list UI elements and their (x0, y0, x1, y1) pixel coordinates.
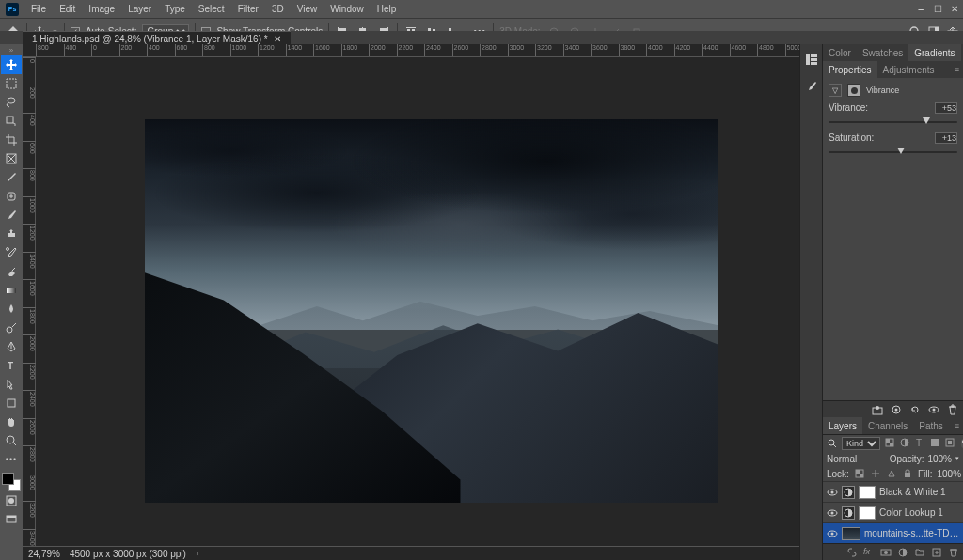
lasso-tool[interactable] (1, 93, 22, 112)
layer-mask-icon[interactable] (880, 547, 892, 558)
opacity-value[interactable]: 100% (927, 454, 952, 464)
frame-tool[interactable] (1, 149, 22, 168)
quickmask-tool[interactable] (1, 491, 22, 510)
layers-tab-channels[interactable]: Channels (862, 417, 913, 434)
path-tool[interactable] (1, 375, 22, 394)
visibility-toggle[interactable] (827, 507, 838, 519)
screenmode-tool[interactable] (1, 510, 22, 529)
slider-track[interactable] (829, 116, 957, 129)
layer-row[interactable]: Black & White 1 (823, 481, 963, 502)
hand-tool[interactable] (1, 412, 22, 431)
visibility-toggle[interactable] (827, 528, 838, 539)
eraser-tool[interactable] (1, 262, 22, 281)
brush-panel-icon[interactable] (804, 80, 819, 95)
history-brush-tool[interactable] (1, 243, 22, 262)
brush-tool[interactable] (1, 206, 22, 225)
healing-tool[interactable] (1, 187, 22, 206)
filter-smart-icon[interactable] (944, 437, 955, 450)
clip-to-layer-icon[interactable] (871, 403, 884, 416)
blur-tool[interactable] (1, 300, 22, 319)
props-tab-properties[interactable]: Properties (823, 61, 877, 78)
document-canvas[interactable] (145, 119, 718, 503)
color-tab-gradients[interactable]: Gradients (908, 44, 960, 61)
color-tab-swatches[interactable]: Swatches (857, 44, 908, 61)
menu-edit[interactable]: Edit (53, 4, 82, 14)
eyedropper-tool[interactable] (1, 168, 22, 187)
adjustment-layer-icon[interactable] (897, 547, 908, 558)
menu-window[interactable]: Window (324, 4, 371, 14)
toggle-visibility-icon[interactable] (927, 403, 940, 416)
slider-value-input[interactable] (935, 132, 957, 144)
clone-tool[interactable] (1, 225, 22, 243)
history-panel-icon[interactable] (804, 52, 819, 67)
shape-tool[interactable] (1, 394, 22, 412)
vertical-ruler[interactable]: 0200400600800100012001400160018002000220… (23, 57, 36, 560)
selection-tool[interactable] (1, 112, 22, 131)
delete-layer-icon[interactable] (948, 547, 959, 558)
menu-select[interactable]: Select (192, 4, 231, 14)
menu-type[interactable]: Type (158, 4, 192, 14)
menu-image[interactable]: Image (82, 4, 121, 14)
window-maximize[interactable]: ☐ (929, 0, 946, 17)
layers-tab-layers[interactable]: Layers (823, 417, 862, 434)
status-dims[interactable]: 4500 px x 3000 px (300 ppi) (70, 549, 186, 559)
menu-view[interactable]: View (291, 4, 324, 14)
marquee-tool[interactable] (1, 74, 22, 93)
lock-artboard-icon[interactable] (886, 468, 897, 479)
color-tab-color[interactable]: Color (823, 44, 857, 61)
gradient-tool[interactable] (1, 281, 22, 300)
layer-style-icon[interactable]: fx (863, 547, 875, 558)
filter-toggle[interactable] (959, 437, 963, 450)
crop-tool[interactable] (1, 131, 22, 149)
new-layer-icon[interactable] (931, 547, 942, 558)
color-swatch[interactable] (2, 473, 21, 491)
foreground-color[interactable] (2, 473, 14, 485)
slider-value-input[interactable] (935, 102, 957, 114)
filter-pixel-icon[interactable] (884, 437, 895, 450)
lock-pixels-icon[interactable] (854, 468, 865, 479)
layer-name[interactable]: Color Lookup 1 (879, 507, 959, 518)
dodge-tool[interactable] (1, 319, 22, 337)
reset-icon[interactable] (908, 403, 922, 416)
filter-adjust-icon[interactable] (899, 437, 910, 450)
filter-kind-select[interactable]: Kind (842, 437, 880, 450)
props-tab-adjustments[interactable]: Adjustments (877, 61, 940, 78)
edit-toolbar[interactable]: ••• (1, 450, 22, 469)
adjust-type-icon[interactable]: ▽ (829, 84, 842, 97)
type-tool[interactable]: T (1, 356, 22, 375)
zoom-tool[interactable] (1, 431, 22, 450)
fill-value[interactable]: 100% (937, 469, 961, 479)
toolbar-expand[interactable]: » (0, 46, 23, 55)
layer-row[interactable]: mountains-s...tte-TDXLRWC (823, 522, 963, 543)
slider-track[interactable] (829, 146, 957, 159)
filter-search-icon[interactable] (827, 438, 838, 449)
status-zoom[interactable]: 24,79% (28, 549, 60, 559)
close-tab-icon[interactable]: ✕ (274, 34, 281, 44)
filter-type-icon[interactable]: T (914, 437, 925, 450)
group-icon[interactable] (914, 547, 925, 558)
move-tool[interactable] (1, 55, 22, 74)
layers-tab-paths[interactable]: Paths (913, 417, 949, 434)
visibility-toggle[interactable] (827, 487, 838, 498)
lock-all-icon[interactable] (902, 468, 913, 479)
menu-filter[interactable]: Filter (231, 4, 265, 14)
view-previous-icon[interactable] (890, 403, 903, 416)
mask-icon[interactable] (847, 84, 860, 97)
layer-name[interactable]: mountains-s...tte-TDXLRWC (864, 528, 959, 538)
window-close[interactable]: ✕ (946, 0, 963, 17)
layers-panel-menu[interactable]: ≡ (955, 421, 963, 430)
lock-position-icon[interactable] (870, 468, 881, 479)
blend-mode-select[interactable]: Normal (827, 454, 886, 464)
horizontal-ruler[interactable]: 8004000200400600800100012001400160018002… (23, 44, 799, 57)
pen-tool[interactable] (1, 337, 22, 356)
link-layers-icon[interactable] (846, 547, 858, 558)
menu-layer[interactable]: Layer (121, 4, 158, 14)
delete-adjustment-icon[interactable] (946, 403, 959, 416)
menu-help[interactable]: Help (371, 4, 403, 14)
window-minimize[interactable]: ‒ (912, 0, 929, 17)
canvas-area[interactable]: 8004000200400600800100012001400160018002… (23, 44, 799, 560)
menu-3d[interactable]: 3D (265, 4, 291, 14)
status-flyout-icon[interactable]: 〉 (196, 549, 203, 559)
menu-file[interactable]: File (24, 4, 53, 14)
layer-name[interactable]: Black & White 1 (879, 487, 959, 497)
